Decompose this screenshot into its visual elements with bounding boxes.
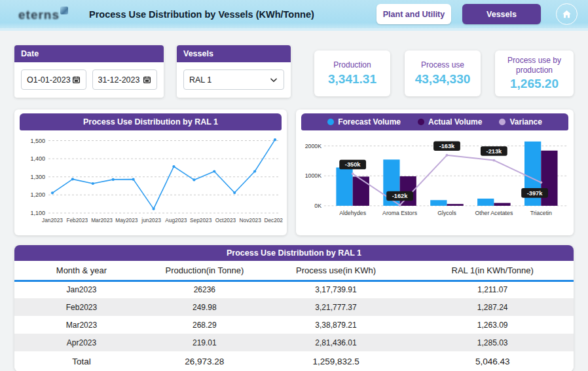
table-cell: 2,81,436.01: [261, 334, 412, 351]
svg-text:jun2023: jun2023: [141, 217, 161, 224]
table-header-row: Month & year Production(in Tonne) Proces…: [14, 261, 574, 281]
table-cell: 268.29: [149, 316, 261, 334]
bar-chart: 0K1000K2000KAldehydesAroma EstorsGlycols…: [300, 130, 570, 233]
date-filter-card: Date O1-01-2023 31-12-2023: [14, 45, 164, 98]
table-row: Apr2023219.012,81,436.011,285.03: [14, 334, 574, 351]
table-cell: Feb2023: [14, 298, 149, 316]
legend-item-forecast-volume[interactable]: Forecast Volume: [327, 117, 401, 127]
table-cell: 1,285.03: [411, 334, 574, 351]
vessels-filter-header: Vessels: [177, 45, 291, 62]
line-chart-title: Process Use Distribution by RAL 1: [20, 113, 282, 130]
table-cell: 1,211.07: [411, 281, 574, 298]
line-chart-card: Process Use Distribution by RAL 1 1,1001…: [14, 109, 287, 235]
legend-label: Variance: [509, 117, 542, 127]
table-total-row: Total26,973.281,259,832.55,046.43: [14, 351, 574, 371]
table-cell: 249.98: [149, 298, 261, 316]
col-month-year: Month & year: [14, 261, 149, 281]
calendar-icon: [72, 75, 81, 84]
svg-text:-162k: -162k: [392, 193, 408, 199]
table-cell: Apr2023: [14, 334, 149, 351]
table-cell: 3,17,739.91: [261, 281, 412, 298]
table-card: Process Use Distribution by RAL 1 Month …: [14, 245, 574, 371]
table-cell: Jan2023: [14, 281, 149, 298]
vessels-selected-value: RAL 1: [189, 75, 211, 85]
forecast-volume-dot-icon: [327, 119, 334, 125]
kpi-label: Process use: [421, 60, 464, 69]
svg-text:Aroma Estors: Aroma Estors: [382, 210, 418, 217]
company-logo: eterns: [18, 7, 68, 22]
legend-label: Forecast Volume: [338, 117, 401, 127]
legend-label: Actual Volume: [428, 117, 482, 127]
kpi-value: 1,265.20: [510, 77, 559, 91]
company-logo-text: eterns: [18, 8, 60, 22]
kpi-card-production: Production 3,341.31: [314, 50, 390, 96]
svg-text:Oct2023: Oct2023: [215, 217, 236, 224]
bar-chart-legend: Forecast Volume Actual Volume Variance: [301, 113, 568, 130]
table-cell: 3,21,777.37: [261, 298, 412, 316]
table-row: Jan2023262363,17,739.911,211.07: [14, 281, 574, 298]
table-cell: 219.01: [149, 334, 261, 351]
table-cell: 1,263.09: [411, 316, 574, 334]
svg-text:1,200: 1,200: [30, 191, 45, 198]
svg-text:1,500: 1,500: [30, 138, 45, 144]
svg-text:-213k: -213k: [487, 148, 502, 155]
vessels-filter-card: Vessels RAL 1: [177, 45, 291, 98]
table-cell: 26236: [149, 281, 261, 298]
svg-text:Glycols: Glycols: [437, 210, 456, 217]
table-title: Process Use Distribution by RAL 1: [14, 245, 574, 261]
svg-text:1,300: 1,300: [30, 174, 45, 180]
date-to-value: 31-12-2023: [98, 75, 140, 85]
table-cell: 1,287.24: [411, 298, 574, 316]
table-cell: 1,259,832.5: [261, 351, 412, 371]
svg-text:0K: 0K: [314, 203, 322, 209]
chevron-down-icon: [269, 75, 278, 85]
legend-item-variance[interactable]: Variance: [499, 117, 542, 127]
svg-text:May2023: May2023: [115, 217, 138, 224]
table-cell: Total: [14, 351, 149, 371]
col-ral1: RAL 1(in KWh/Tonne): [411, 261, 574, 281]
col-production: Production(in Tonne): [149, 261, 261, 281]
calendar-icon: [143, 75, 151, 84]
line-chart: 1,1001,2001,3001,4001,500Jan2023Feb2023M…: [18, 130, 283, 233]
vessels-dropdown[interactable]: RAL 1: [183, 69, 284, 90]
variance-dot-icon: [499, 119, 505, 125]
svg-text:-350k: -350k: [345, 161, 361, 168]
kpi-label: Production: [333, 60, 371, 69]
home-button[interactable]: [556, 3, 578, 25]
legend-item-actual-volume[interactable]: Actual Volume: [418, 117, 482, 127]
table-row: Feb2023249.983,21,777.371,287.24: [14, 298, 574, 316]
company-logo-icon: [60, 7, 68, 14]
kpi-card-process-use: Process use 43,34,330: [405, 50, 481, 96]
table-row: Mar2023268.293,38,879.211,263.09: [14, 316, 574, 334]
svg-text:Feb2023: Feb2023: [66, 217, 88, 224]
actual-volume-dot-icon: [418, 119, 424, 125]
table-cell: 26,973.28: [149, 351, 261, 371]
kpi-value: 43,34,330: [415, 72, 471, 87]
kpi-value: 3,341.31: [328, 72, 377, 87]
col-process-use: Process use(in KWh): [261, 261, 412, 281]
svg-text:2000K: 2000K: [305, 143, 322, 149]
svg-text:Other Acetates: Other Acetates: [475, 210, 513, 217]
svg-text:Nov2023: Nov2023: [240, 217, 262, 224]
svg-text:Aldehydes: Aldehydes: [339, 210, 366, 217]
app-header: eterns Process Use Distribution by Vesse…: [0, 0, 588, 31]
data-table: Month & year Production(in Tonne) Proces…: [14, 261, 574, 371]
kpi-cards: Production 3,341.31 Process use 43,34,33…: [314, 50, 574, 96]
tab-plant-and-utility[interactable]: Plant and Utility: [377, 4, 451, 24]
page-title: Process Use Distribution by Vessels (KWh…: [89, 9, 314, 20]
kpi-label: Process use by production: [502, 56, 567, 75]
tab-vessels[interactable]: Vessels: [462, 4, 541, 24]
svg-text:1000K: 1000K: [305, 172, 322, 179]
svg-text:1,400: 1,400: [30, 155, 45, 162]
svg-text:-397k: -397k: [527, 190, 543, 197]
header-nav: Plant and Utility Vessels: [377, 3, 578, 25]
svg-text:Dec2023: Dec2023: [264, 217, 283, 224]
svg-text:Triacetin: Triacetin: [530, 210, 552, 217]
date-to-input[interactable]: 31-12-2023: [92, 69, 158, 90]
kpi-card-process-use-by-production: Process use by production 1,265.20: [495, 50, 574, 96]
svg-text:Sep2023: Sep2023: [190, 217, 212, 224]
bar-chart-card: Forecast Volume Actual Volume Variance 0…: [296, 109, 574, 235]
home-icon: [561, 9, 572, 20]
date-from-input[interactable]: O1-01-2023: [21, 69, 86, 90]
svg-text:Mar2023: Mar2023: [91, 217, 113, 224]
